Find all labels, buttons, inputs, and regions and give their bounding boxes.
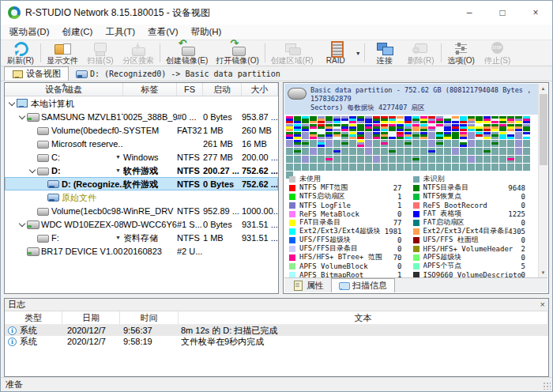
legend-swatch (413, 254, 419, 261)
tree-row-raw-files[interactable]: 原始文件 (5, 190, 278, 204)
column-header-2[interactable]: FS (177, 83, 203, 96)
refresh-button[interactable]: 刷新(R) (2, 41, 39, 65)
scan-scrollbar[interactable]: ▲ ▼ (538, 84, 547, 277)
tree-row-wdc-drive[interactable]: WDC WD10EZEX-08W...WD-WCC6Y6...#1 S...0 … (5, 217, 278, 231)
device-cell: Microsoft reserve...▼ (5, 138, 123, 150)
map-block (428, 148, 435, 155)
map-block (333, 156, 340, 163)
map-block (460, 164, 467, 171)
menu-item-tools[interactable]: 工具(T) (99, 25, 141, 39)
tree-row-volume-0bedecf0[interactable]: Volume(0bedecf0-...▼SYSTEMFAT321 MB260 M… (5, 123, 278, 137)
minimize-button[interactable]: – (453, 1, 486, 24)
chevron-down-icon[interactable] (28, 166, 36, 175)
row-dropdown-icon[interactable]: ▼ (115, 232, 123, 244)
menu-item-create[interactable]: 创建(C) (55, 25, 99, 39)
fs-cell: #1 S... (177, 218, 203, 231)
log-column-header-0[interactable]: 类型 (5, 311, 62, 324)
map-block (302, 140, 309, 147)
maximize-button[interactable]: □ (486, 1, 519, 24)
row-dropdown-icon[interactable]: ▼ (115, 151, 123, 164)
tab-device-view[interactable]: 设备视图 (4, 66, 69, 81)
resize-grip[interactable] (543, 382, 551, 390)
map-block (286, 116, 293, 123)
properties-icon (293, 281, 303, 290)
label-cell: 资料存储 (123, 232, 177, 244)
map-block (436, 124, 443, 131)
legend-swatch (413, 228, 419, 235)
raid-label: RAID (326, 57, 345, 65)
map-block (310, 140, 317, 147)
tree-row-local-computer[interactable]: 本地计算机 (5, 96, 278, 110)
legend-count: 1 (397, 193, 412, 201)
log-column-header-2[interactable]: 时间 (120, 311, 179, 324)
log-column-header-3[interactable]: 文本 (179, 311, 548, 324)
tree-row-br17-device[interactable]: BR17 DEVICE V1.00 1...20160823#2 U... (5, 244, 278, 258)
chevron-down-icon[interactable] (7, 99, 16, 107)
scroll-down-icon[interactable]: ▼ (539, 268, 547, 277)
log-row[interactable]: i系统2020/12/79:56:378m 12s 的 D: 扫描已完成 (5, 325, 548, 336)
create-image-label: 创建镜像(E) (166, 57, 208, 65)
log-close-icon[interactable]: × (540, 300, 545, 309)
raid-button[interactable]: RAID (318, 41, 354, 65)
connect-button[interactable]: 连接 (367, 41, 403, 65)
map-block (318, 156, 325, 163)
map-block (381, 156, 388, 163)
tree-row-drive-f[interactable]: F:▼资料存储NTFS1 MB931.51 ... (5, 231, 278, 244)
create-image-button[interactable]: 创建镜像(E) (162, 41, 212, 65)
tree-row-drive-c[interactable]: C:▼WindowsNTFS277 MB200.00 ... (5, 150, 278, 164)
open-image-label: 打开镜像(O) (216, 57, 258, 65)
legend-count: 0 (397, 245, 412, 253)
map-block (483, 116, 491, 123)
tree-row-samsung-drive[interactable]: SAMSUNG MZVLB1T0...0025_388B_9...#0 ...0… (5, 110, 278, 123)
map-block (499, 124, 506, 131)
map-block (523, 148, 530, 155)
chevron-down-icon[interactable] (17, 112, 26, 121)
chevron-down-icon[interactable] (17, 220, 26, 228)
main-area: 设备/磁盘标签FS启动大小 本地计算机SAMSUNG MZVLB1T0...00… (1, 81, 552, 296)
legend-swatch (289, 263, 295, 270)
legend-item: HFS/HFS+ BTree+ 范围70 (289, 253, 413, 262)
close-button[interactable]: × (519, 1, 552, 24)
device-cell: BR17 DEVICE V1.00 1... (5, 245, 123, 258)
label-cell: 软件游戏 (123, 178, 177, 190)
menu-item-drive[interactable]: 驱动器(D) (3, 25, 55, 39)
map-block (452, 156, 459, 163)
map-block (499, 132, 506, 139)
map-block (310, 164, 317, 171)
scan-block-map[interactable] (284, 115, 538, 172)
map-block (428, 156, 435, 163)
boot-cell: 1 MB (203, 124, 242, 137)
scroll-thumb[interactable] (540, 94, 547, 165)
scroll-up-icon[interactable]: ▲ (539, 84, 547, 93)
log-time-cell: 9:58:19 (120, 337, 179, 347)
column-header-1[interactable]: 标签 (123, 83, 177, 96)
tab-scan-info[interactable]: 扫描信息 (331, 278, 395, 292)
map-block (397, 116, 404, 123)
tree-row-drive-d[interactable]: D:▼软件游戏NTFS200.27 ...752.62 ... (5, 164, 278, 177)
map-block (341, 148, 348, 155)
tree-row-ms-reserved[interactable]: Microsoft reserve...▼261 MB16 MB (5, 137, 278, 150)
legend-count: 1 (397, 271, 412, 278)
show-files-button[interactable]: 显示文件 (43, 41, 82, 65)
device-name: Microsoft reserve... (51, 138, 123, 150)
tab-recognized-partition[interactable]: D: (Recognized0) -> Basic data partition (69, 66, 288, 81)
map-block (468, 140, 475, 147)
device-name: Volume(0bedecf0-... (51, 124, 123, 137)
scan-panel-tabs: 属性扫描信息 (284, 277, 547, 292)
column-header-4[interactable]: 大小 (242, 83, 278, 96)
open-image-button[interactable]: 打开镜像(O) (212, 41, 262, 65)
map-block (357, 116, 364, 123)
column-header-3[interactable]: 启动 (203, 83, 242, 96)
menu-item-help[interactable]: 帮助(H) (184, 25, 228, 39)
log-row[interactable]: i系统2020/12/79:58:19文件枚举在9秒内完成 (5, 336, 548, 347)
map-block (483, 164, 491, 171)
tree-row-drive-d-recognized[interactable]: D: (Recognize...软件游戏NTFS0 Bytes752.62 ..… (5, 177, 278, 190)
tab-properties[interactable]: 属性 (286, 278, 331, 292)
partition-search-label: 分区搜索 (122, 57, 154, 65)
log-column-header-1[interactable]: 日期 (62, 311, 120, 324)
raid-dropdown-icon[interactable]: ▼ (356, 51, 361, 56)
options-button[interactable]: 选项(O) (443, 41, 480, 65)
row-dropdown-icon[interactable]: ▼ (115, 164, 123, 177)
tree-row-volume-1ecb0c98[interactable]: Volume(1ecb0c98-...▼WinRE_DRVNTFS952.89 … (5, 204, 278, 217)
column-header-0[interactable]: 设备/磁盘 (5, 83, 123, 96)
